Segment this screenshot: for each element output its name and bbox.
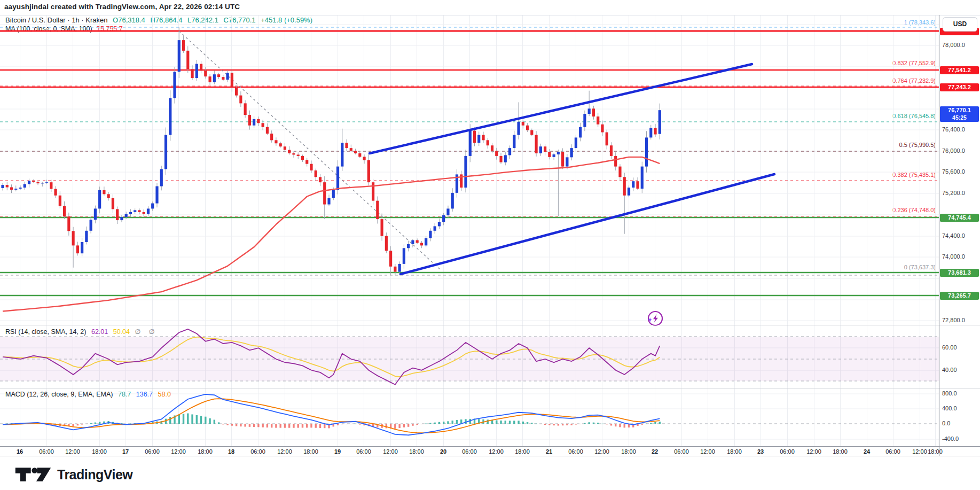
rsi-empty-values: ∅ ∅ bbox=[135, 328, 158, 336]
chart-canvas[interactable] bbox=[0, 0, 980, 490]
tradingview-logo-icon bbox=[14, 466, 52, 483]
rsi-pane bbox=[0, 329, 939, 385]
price-badge: 73,265.7 bbox=[940, 292, 979, 300]
rsi-ma-value: 50.04 bbox=[113, 328, 130, 336]
rsi-label[interactable]: RSI (14, close, SMA, 14, 2) bbox=[5, 328, 86, 336]
tradingview-logo-text: TradingView bbox=[57, 467, 132, 483]
price-badge: 74,745.4 bbox=[940, 214, 979, 222]
price-badge: 73,681.3 bbox=[940, 269, 979, 277]
price-badge: 76,770.145:25 bbox=[940, 106, 979, 122]
price-badge: 77,541.2 bbox=[940, 66, 979, 74]
macd-indicator-row: MACD (12, 26, close, 9, EMA, EMA) 78.7 1… bbox=[5, 391, 171, 398]
rsi-value: 62.01 bbox=[91, 328, 108, 336]
rsi-indicator-row: RSI (14, close, SMA, 14, 2) 62.01 50.04 … bbox=[5, 328, 158, 336]
macd-label[interactable]: MACD (12, 26, close, 9, EMA, EMA) bbox=[5, 391, 113, 398]
currency-toggle-button[interactable]: USD bbox=[943, 17, 977, 32]
macd-value: 136.7 bbox=[136, 391, 153, 398]
price-badge: 77,243.2 bbox=[940, 83, 979, 91]
tradingview-logo[interactable]: TradingView bbox=[14, 466, 132, 483]
tradingview-chart-app: aayushjindal created with TradingView.co… bbox=[0, 0, 980, 490]
macd-hist-value: 78.7 bbox=[118, 391, 131, 398]
flash-drawing-icon[interactable] bbox=[648, 312, 662, 325]
macd-signal-value: 58.0 bbox=[158, 391, 171, 398]
